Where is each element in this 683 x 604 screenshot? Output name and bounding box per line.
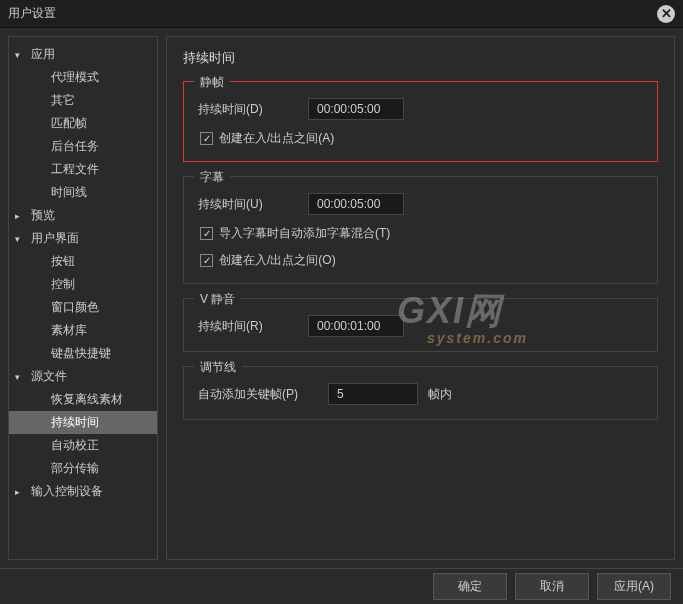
tree-child[interactable]: 窗口颜色 (9, 296, 157, 319)
dialog-title: 用户设置 (8, 5, 56, 22)
content-title: 持续时间 (183, 49, 658, 67)
tree-parent[interactable]: ▸预览 (9, 204, 157, 227)
still-duration-input[interactable] (308, 98, 404, 120)
sidebar: ▾应用代理模式其它匹配帧后台任务工程文件时间线▸预览▾用户界面按钮控制窗口颜色素… (8, 36, 158, 560)
close-icon[interactable]: ✕ (657, 5, 675, 23)
tree-parent[interactable]: ▾源文件 (9, 365, 157, 388)
subtitle-duration-label: 持续时间(U) (198, 196, 298, 213)
subtitle-automix-checkbox[interactable]: ✓ (200, 227, 213, 240)
rubber-suffix: 帧内 (428, 386, 452, 403)
cancel-button[interactable]: 取消 (515, 573, 589, 600)
footer: 确定 取消 应用(A) (0, 568, 683, 604)
tree-child[interactable]: 控制 (9, 273, 157, 296)
group-subtitle-label: 字幕 (194, 169, 230, 186)
chevron-icon: ▾ (15, 234, 27, 244)
vmute-duration-label: 持续时间(R) (198, 318, 298, 335)
subtitle-check1-row: ✓ 导入字幕时自动添加字幕混合(T) (198, 225, 643, 242)
tree-label: 输入控制设备 (31, 483, 103, 500)
tree-label: 源文件 (31, 368, 67, 385)
chevron-icon: ▾ (15, 50, 27, 60)
tree-label: 预览 (31, 207, 55, 224)
group-rubber-label: 调节线 (194, 359, 242, 376)
tree-parent[interactable]: ▾用户界面 (9, 227, 157, 250)
rubber-keyframe-input[interactable] (328, 383, 418, 405)
tree-label: 应用 (31, 46, 55, 63)
tree-child[interactable]: 匹配帧 (9, 112, 157, 135)
tree-child[interactable]: 恢复离线素材 (9, 388, 157, 411)
vmute-duration-row: 持续时间(R) (198, 315, 643, 337)
group-rubber: 调节线 自动添加关键帧(P) 帧内 (183, 366, 658, 420)
group-still: 静帧 持续时间(D) ✓ 创建在入/出点之间(A) (183, 81, 658, 162)
content-panel: 持续时间 静帧 持续时间(D) ✓ 创建在入/出点之间(A) 字幕 持续时间(U… (166, 36, 675, 560)
tree-child[interactable]: 工程文件 (9, 158, 157, 181)
group-subtitle: 字幕 持续时间(U) ✓ 导入字幕时自动添加字幕混合(T) ✓ 创建在入/出点之… (183, 176, 658, 284)
tree-child[interactable]: 部分传输 (9, 457, 157, 480)
dialog-body: ▾应用代理模式其它匹配帧后台任务工程文件时间线▸预览▾用户界面按钮控制窗口颜色素… (0, 28, 683, 568)
tree-child[interactable]: 时间线 (9, 181, 157, 204)
tree-child[interactable]: 自动校正 (9, 434, 157, 457)
group-vmute-label: V 静音 (194, 291, 241, 308)
tree-parent[interactable]: ▸输入控制设备 (9, 480, 157, 503)
tree-child[interactable]: 后台任务 (9, 135, 157, 158)
rubber-keyframe-row: 自动添加关键帧(P) 帧内 (198, 383, 643, 405)
apply-button[interactable]: 应用(A) (597, 573, 671, 600)
tree-child[interactable]: 持续时间 (9, 411, 157, 434)
group-still-label: 静帧 (194, 74, 230, 91)
subtitle-duration-input[interactable] (308, 193, 404, 215)
settings-dialog: 用户设置 ✕ ▾应用代理模式其它匹配帧后台任务工程文件时间线▸预览▾用户界面按钮… (0, 0, 683, 604)
titlebar: 用户设置 ✕ (0, 0, 683, 28)
chevron-icon: ▸ (15, 487, 27, 497)
still-duration-row: 持续时间(D) (198, 98, 643, 120)
tree-child[interactable]: 代理模式 (9, 66, 157, 89)
subtitle-between-checkbox[interactable]: ✓ (200, 254, 213, 267)
tree-child[interactable]: 键盘快捷键 (9, 342, 157, 365)
subtitle-check1-label: 导入字幕时自动添加字幕混合(T) (219, 225, 390, 242)
tree-label: 用户界面 (31, 230, 79, 247)
vmute-duration-input[interactable] (308, 315, 404, 337)
still-duration-label: 持续时间(D) (198, 101, 298, 118)
chevron-icon: ▸ (15, 211, 27, 221)
ok-button[interactable]: 确定 (433, 573, 507, 600)
tree-child[interactable]: 素材库 (9, 319, 157, 342)
still-checkbox-label: 创建在入/出点之间(A) (219, 130, 334, 147)
rubber-keyframe-label: 自动添加关键帧(P) (198, 386, 318, 403)
subtitle-duration-row: 持续时间(U) (198, 193, 643, 215)
chevron-icon: ▾ (15, 372, 27, 382)
still-checkbox-row: ✓ 创建在入/出点之间(A) (198, 130, 643, 147)
still-between-checkbox[interactable]: ✓ (200, 132, 213, 145)
group-vmute: V 静音 持续时间(R) (183, 298, 658, 352)
subtitle-check2-row: ✓ 创建在入/出点之间(O) (198, 252, 643, 269)
tree-parent[interactable]: ▾应用 (9, 43, 157, 66)
tree-child[interactable]: 按钮 (9, 250, 157, 273)
tree-child[interactable]: 其它 (9, 89, 157, 112)
subtitle-check2-label: 创建在入/出点之间(O) (219, 252, 336, 269)
